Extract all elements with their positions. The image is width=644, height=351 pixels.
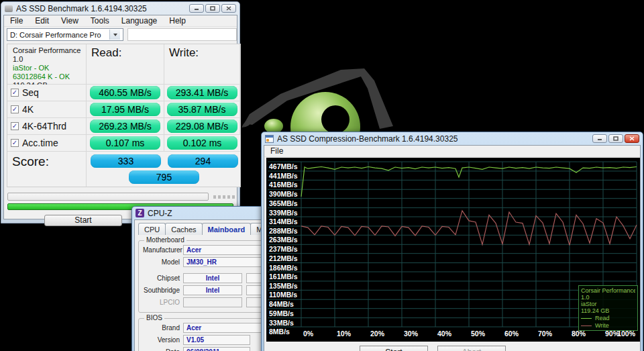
as-ssd-titlebar[interactable]: AS SSD Benchmark 1.6.4194.30325 (3, 2, 237, 15)
seq-checkbox[interactable]: ✓ (11, 89, 19, 97)
write-score: 294 (168, 154, 238, 168)
menu-view[interactable]: View (55, 15, 85, 26)
acctime-checkbox[interactable]: ✓ (11, 139, 19, 147)
bios-date-label: Date (143, 348, 183, 351)
svg-text:135MB/s: 135MB/s (269, 282, 298, 290)
svg-text:212MB/s: 212MB/s (269, 254, 298, 262)
table-row-seq: ✓ Seq (7, 85, 87, 101)
table-row-acctime: ✓ Acc.time (7, 135, 87, 152)
row-label: 4K-64Thrd (22, 121, 66, 132)
svg-text:60%: 60% (504, 330, 519, 338)
row-label: Seq (22, 87, 39, 98)
menu-file[interactable]: File (264, 146, 289, 156)
menu-language[interactable]: Language (115, 15, 163, 26)
chart-legend: Corsair Performance 1.0 iaStor 119.24 GB… (578, 285, 638, 331)
maximize-icon[interactable] (608, 134, 623, 143)
score-section: Score: 333 294 795 (7, 152, 240, 187)
drive-firmware: 1.0 (13, 55, 86, 64)
drive-select-dropdown[interactable]: D: Corsair Performance Pro (7, 28, 123, 41)
menu-file[interactable]: File (4, 15, 29, 26)
4k64-read-value: 269.23 MB/s (90, 119, 160, 133)
table-row-4k64: ✓ 4K-64Thrd (7, 118, 87, 135)
as-ssd-app-icon (5, 5, 13, 12)
write-line-swatch (581, 325, 592, 326)
menu-edit[interactable]: Edit (29, 15, 55, 26)
svg-text:441MB/s: 441MB/s (269, 172, 298, 180)
menu-tools[interactable]: Tools (85, 15, 115, 26)
svg-text:288MB/s: 288MB/s (269, 227, 298, 235)
as-ssd-menubar: File Edit View Tools Language Help (4, 15, 237, 27)
menu-help[interactable]: Help (163, 15, 192, 26)
svg-text:40%: 40% (437, 330, 452, 338)
4k-write-value: 35.87 MB/s (167, 103, 237, 116)
tab-mainboard[interactable]: Mainboard (202, 223, 252, 235)
svg-text:30%: 30% (404, 330, 419, 338)
svg-text:263MB/s: 263MB/s (269, 236, 298, 244)
drive-select-value: D: Corsair Performance Pro (10, 31, 101, 39)
svg-text:0%: 0% (303, 330, 314, 338)
svg-text:467MB/s: 467MB/s (269, 162, 298, 170)
4k64-write-value: 229.08 MB/s (167, 119, 237, 133)
svg-text:10%: 10% (337, 330, 352, 338)
total-score: 795 (129, 170, 199, 184)
row-label: Acc.time (22, 138, 58, 148)
lpcio-field (183, 297, 242, 307)
chipset-label: Chipset (143, 274, 183, 282)
chipset-vendor-field: Intel (183, 273, 242, 283)
drive-name: Corsair Performance (13, 46, 86, 55)
model-label: Model (143, 258, 183, 266)
row-label: 4K (22, 104, 34, 115)
drive-info-panel: Corsair Performance 1.0 iaStor - OK 6301… (7, 44, 87, 85)
close-icon[interactable] (625, 134, 639, 143)
svg-text:314MB/s: 314MB/s (269, 217, 298, 225)
svg-text:416MB/s: 416MB/s (269, 181, 298, 189)
window-title: AS SSD Compression-Benchmark 1.6.4194.30… (277, 134, 592, 144)
bios-brand-label: Brand (143, 324, 183, 332)
compression-titlebar[interactable]: AS SSD Compression-Benchmark 1.6.4194.30… (264, 132, 641, 145)
tab-caches[interactable]: Caches (165, 223, 202, 235)
read-score: 333 (91, 154, 161, 168)
acctime-write-value: 0.102 ms (167, 136, 237, 150)
minimize-icon[interactable] (189, 4, 204, 13)
start-button[interactable]: Start (44, 215, 122, 226)
legend-drive-name: Corsair Performance (581, 287, 635, 294)
svg-text:161MB/s: 161MB/s (269, 272, 298, 281)
southbridge-vendor-field: Intel (183, 285, 242, 295)
close-icon[interactable] (221, 4, 236, 13)
manufacturer-label: Manufacturer (143, 246, 183, 254)
legend-capacity: 119.24 GB (581, 307, 635, 314)
4k-checkbox[interactable]: ✓ (11, 105, 19, 113)
cpuz-app-icon: Z (136, 209, 144, 217)
write-column-header: Write: (164, 44, 240, 85)
driver-status: iaStor - OK (13, 64, 86, 72)
bios-version-field: V1.05 (183, 335, 250, 345)
progress-caption (213, 195, 236, 199)
alignment-status: 63012864 K - OK (13, 72, 86, 81)
compression-benchmark-window: AS SSD Compression-Benchmark 1.6.4194.30… (261, 132, 643, 351)
compression-chart: 467MB/s441MB/s416MB/s390MB/s365MB/s339MB… (266, 158, 640, 342)
svg-text:110MB/s: 110MB/s (269, 291, 297, 299)
aux-empty-box (127, 28, 237, 41)
group-label: Motherboard (144, 236, 186, 244)
svg-text:59MB/s: 59MB/s (269, 309, 294, 317)
benchmark-table: Corsair Performance 1.0 iaStor - OK 6301… (7, 44, 241, 187)
svg-text:33MB/s: 33MB/s (269, 319, 294, 327)
compression-start-button[interactable]: Start (360, 346, 428, 351)
chevron-down-icon[interactable] (109, 30, 120, 40)
legend-write-label: Write (595, 322, 609, 329)
seq-write-value: 293.41 MB/s (167, 86, 237, 99)
svg-text:339MB/s: 339MB/s (269, 209, 298, 217)
svg-text:365MB/s: 365MB/s (269, 199, 298, 207)
svg-text:237MB/s: 237MB/s (269, 245, 298, 253)
maximize-icon[interactable] (205, 4, 220, 13)
tab-cpu[interactable]: CPU (138, 223, 166, 235)
bios-date-field: 06/08/2011 (183, 347, 250, 351)
svg-text:20%: 20% (370, 330, 385, 338)
minimize-icon[interactable] (592, 134, 607, 143)
read-column-header: Read: (87, 44, 164, 85)
4k64-checkbox[interactable]: ✓ (11, 122, 19, 130)
compression-abort-button[interactable]: Abort (437, 346, 506, 351)
legend-read-label: Read (595, 315, 610, 321)
window-title: AS SSD Benchmark 1.6.4194.30325 (16, 4, 189, 13)
as-ssd-benchmark-window: AS SSD Benchmark 1.6.4194.30325 File Edi… (1, 1, 240, 223)
